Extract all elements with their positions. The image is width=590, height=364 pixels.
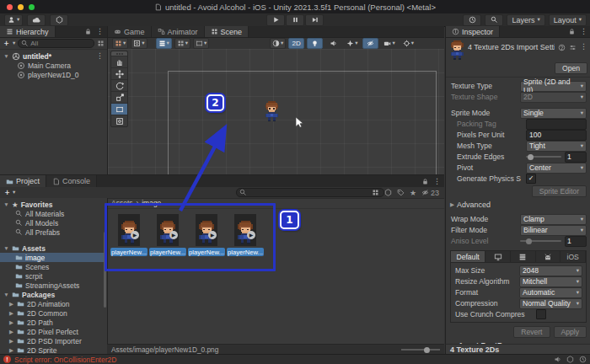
platform-tab-standalone[interactable] (485, 251, 511, 262)
pivot-dropdown[interactable]: Center▾ (526, 163, 587, 174)
star-icon[interactable]: ★ (410, 189, 416, 197)
pixels-per-unit-input[interactable]: 100 (526, 130, 587, 141)
debug-mode-dropdown[interactable]: ▾ (131, 38, 147, 49)
sprite-asset-item[interactable]: ▶ playerNew... (110, 214, 148, 256)
compression-dropdown[interactable]: Normal Quality▾ (519, 298, 582, 309)
packages-header[interactable]: ▼ Packages (0, 290, 107, 299)
lock-icon[interactable] (568, 28, 576, 35)
favorite-item[interactable]: All Materials (0, 209, 107, 218)
foldout-icon[interactable]: ▶ (8, 319, 14, 326)
max-size-dropdown[interactable]: 2048▾ (519, 265, 582, 276)
caret-down-icon[interactable]: ▾ (13, 40, 15, 46)
wrap-mode-dropdown[interactable]: Clamp▾ (520, 214, 587, 225)
sort-mode-dropdown[interactable]: ▾ (156, 38, 172, 49)
tab-animator[interactable]: Animator (152, 26, 205, 37)
revert-button[interactable]: Revert (513, 326, 550, 338)
expand-sprite-button[interactable]: ▶ (169, 231, 178, 239)
global-search-button[interactable] (485, 14, 503, 26)
sprite-editor-button[interactable]: Sprite Editor (532, 185, 587, 197)
asset-folder-item[interactable]: image (0, 253, 107, 262)
generate-physics-checkbox[interactable]: ✓ (526, 174, 536, 184)
scene-menu-icon[interactable]: ⋮ (96, 52, 107, 60)
draw-mode-dropdown[interactable]: ▾ (112, 38, 128, 49)
foldout-icon[interactable]: ▶ (8, 310, 14, 317)
foldout-icon[interactable]: ▶ (8, 301, 14, 308)
render-doc-dropdown[interactable]: ▾ (270, 38, 286, 49)
create-asset-button[interactable]: ＋ (0, 187, 11, 198)
lighting-toggle-button[interactable] (307, 38, 323, 49)
scale-tool-button[interactable] (111, 91, 127, 103)
resize-algorithm-dropdown[interactable]: Mitchell▾ (519, 276, 582, 287)
help-icon[interactable] (558, 44, 566, 51)
lock-icon[interactable] (421, 178, 429, 185)
asset-folder-item[interactable]: scrpit (0, 271, 107, 281)
platform-tab-server[interactable] (511, 251, 536, 262)
hand-tool-button[interactable] (111, 56, 127, 67)
sprite-asset-item[interactable]: ▶ playerNew... (148, 214, 187, 256)
effects-dropdown[interactable]: ▾ (344, 38, 360, 49)
extrude-edges-value[interactable]: 1 (565, 152, 587, 163)
tab-game[interactable]: Game (108, 26, 152, 37)
package-item[interactable]: ▶ 2D Common (0, 308, 107, 318)
assets-header[interactable]: ▼ Assets (0, 244, 107, 253)
package-item[interactable]: ▶ 2D Path (0, 318, 107, 327)
tab-console[interactable]: Console (46, 175, 97, 187)
visibility-toggle-button[interactable] (362, 38, 378, 49)
package-item[interactable]: ▶ 2D Animation (0, 299, 107, 308)
thumbnail-zoom-slider[interactable] (401, 349, 440, 351)
play-button[interactable] (266, 14, 285, 26)
expand-sprite-button[interactable]: ▶ (131, 231, 139, 239)
pause-button[interactable] (286, 14, 304, 26)
extrude-edges-slider[interactable]: 1 (526, 152, 587, 163)
sprite-thumbnail[interactable]: ▶ (157, 214, 179, 246)
tab-hierarchy[interactable]: Hierarchy (0, 26, 56, 37)
rotate-tool-button[interactable] (111, 79, 127, 91)
apply-button[interactable]: Apply (554, 326, 587, 338)
layers-dropdown[interactable]: Layers▾ (507, 14, 544, 26)
favorites-header[interactable]: ▼★ Favorites (0, 200, 107, 209)
texture-type-dropdown[interactable]: Sprite (2D and UI)▾ (520, 81, 587, 92)
hierarchy-search-input[interactable]: All (18, 39, 94, 48)
tab-inspector[interactable]: Inspector (446, 26, 500, 37)
breadcrumb-current[interactable]: image (142, 199, 161, 207)
panel-menu-icon[interactable]: ⋮ (96, 28, 104, 35)
undo-history-button[interactable] (463, 14, 481, 26)
foldout-icon[interactable]: ▶ (8, 338, 14, 345)
project-search-input[interactable] (236, 188, 384, 197)
tree-scrollbar[interactable] (104, 232, 106, 308)
create-add-button[interactable]: ＋ (3, 38, 10, 49)
player-sprite[interactable] (264, 101, 280, 123)
favorite-item[interactable]: All Models (0, 218, 107, 228)
sprite-thumbnail[interactable]: ▶ (234, 214, 256, 246)
grid-visibility-dropdown[interactable]: ▾ (174, 38, 190, 49)
layout-dropdown[interactable]: Layout▾ (549, 14, 587, 26)
audio-toggle-button[interactable] (325, 38, 341, 49)
mute-icon[interactable] (554, 356, 561, 363)
window-controls[interactable] (7, 4, 35, 10)
package-item[interactable]: ▶ 2D PSD Importer (0, 336, 107, 345)
notifications-icon[interactable] (566, 356, 574, 363)
panel-menu-icon[interactable]: ⋮ (580, 28, 587, 35)
sprite-thumbnail[interactable]: ▶ (118, 214, 140, 246)
hierarchy-item[interactable]: Main Camera (0, 61, 107, 70)
header-menu-icon[interactable]: ⋮ (580, 43, 587, 51)
package-icon[interactable] (384, 189, 392, 196)
tab-project[interactable]: Project (0, 175, 46, 187)
panel-menu-icon[interactable]: ⋮ (433, 178, 441, 185)
presets-icon[interactable] (569, 44, 577, 51)
maximize-window-button[interactable] (29, 4, 35, 10)
asset-folder-item[interactable]: StreamingAssets (0, 281, 107, 290)
sprite-thumbnail[interactable]: ▶ (196, 214, 217, 246)
breadcrumb-root[interactable]: Assets (111, 199, 133, 207)
rect-tool-button[interactable] (111, 103, 127, 115)
activity-icon[interactable] (579, 356, 587, 363)
advanced-foldout[interactable]: ▶ Advanced (450, 200, 587, 210)
snap-dropdown[interactable]: ▾ (193, 38, 209, 49)
platform-tab-ios[interactable]: iOS (560, 251, 586, 262)
use-crunch-checkbox[interactable] (536, 309, 546, 319)
sprite-asset-item[interactable]: ▶ playerNew... (226, 214, 265, 256)
move-tool-button[interactable] (111, 67, 127, 79)
open-button[interactable]: Open (555, 62, 587, 74)
package-item[interactable]: ▶ 2D Pixel Perfect (0, 327, 107, 336)
caret-down-icon[interactable]: ▾ (13, 190, 15, 195)
